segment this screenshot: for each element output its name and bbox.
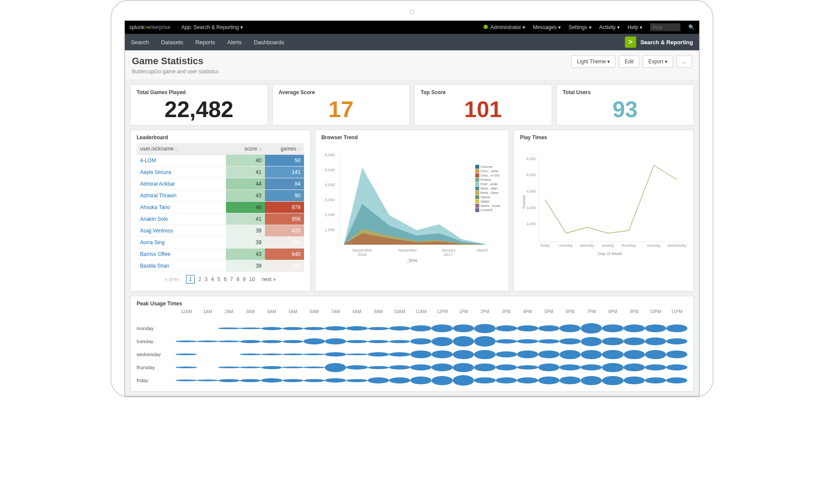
bubble-icon — [346, 365, 367, 370]
svg-text:2016: 2016 — [358, 252, 367, 257]
pager-page[interactable]: 7 — [230, 276, 233, 282]
hour-label: 10PM — [645, 309, 666, 314]
table-row[interactable]: Anakin Solo 41 656 — [137, 213, 304, 225]
table-row[interactable]: Aayla Secura 41 141 — [137, 167, 304, 178]
peak-cell — [218, 323, 239, 334]
pager-next[interactable]: next » — [262, 276, 276, 282]
day-label: wednesday — [137, 352, 176, 357]
pager-page[interactable]: 2 — [198, 276, 201, 282]
svg-text:thursday: thursday — [621, 243, 636, 248]
col-nickname[interactable]: user.nickname◇ — [137, 143, 226, 155]
pager-page[interactable]: 9 — [243, 276, 246, 282]
pager-page[interactable]: 10 — [249, 276, 255, 282]
bubble-icon — [346, 340, 367, 343]
more-button[interactable]: ... — [677, 56, 692, 68]
svg-text:friday: friday — [540, 243, 550, 248]
cell-nickname[interactable]: Asajj Ventress — [137, 225, 226, 237]
bubble-icon — [666, 364, 687, 370]
hour-label: 8PM — [602, 309, 623, 314]
bubble-icon — [666, 338, 687, 344]
bubble-icon — [389, 340, 410, 343]
table-row[interactable]: Bastila Shan 39 203 — [137, 260, 304, 272]
peak-row: tuesday — [137, 335, 687, 348]
peak-cell — [240, 363, 261, 372]
nav-alerts[interactable]: Alerts — [227, 39, 242, 46]
cell-nickname[interactable]: Aayla Secura — [137, 167, 226, 178]
peak-cell — [538, 363, 559, 372]
bubble-icon — [240, 353, 261, 355]
bubble-icon — [517, 365, 538, 370]
nav-dashboards[interactable]: Dashboards — [254, 39, 284, 46]
browser-trend-chart: 6,000 5,000 4,000 3,000 2,000 1,000 Sept… — [321, 143, 503, 265]
table-row[interactable]: 4-LOM 40 50 — [137, 155, 304, 167]
cell-nickname[interactable]: Bastila Shan — [137, 260, 226, 272]
nav-reports[interactable]: Reports — [196, 39, 216, 46]
peak-cell — [197, 375, 218, 386]
nav-datasets[interactable]: Datasets — [161, 39, 183, 46]
bubble-icon — [453, 324, 474, 332]
find-input[interactable] — [650, 23, 680, 31]
activity-menu[interactable]: Activity ▾ — [599, 24, 620, 30]
col-score[interactable]: score◇ — [226, 143, 265, 155]
cell-nickname[interactable]: Ahsoka Tano — [137, 202, 226, 213]
bubble-icon — [325, 338, 346, 344]
peak-cell — [389, 350, 410, 359]
bubble-icon — [240, 327, 261, 329]
pager-page[interactable]: 1 — [186, 275, 195, 284]
cell-nickname[interactable]: Aurra Sing — [137, 237, 226, 249]
peak-cell — [432, 363, 453, 372]
table-row[interactable]: Barriss Offee 43 640 — [137, 249, 304, 260]
peak-cell — [410, 336, 432, 347]
peak-cell — [453, 363, 474, 372]
bubble-icon — [282, 379, 304, 382]
table-row[interactable]: Admiral Thrawn 43 90 — [137, 190, 304, 202]
svg-text:_time: _time — [406, 258, 418, 263]
table-row[interactable]: Asajj Ventress 39 420 — [137, 225, 304, 237]
legend-item: Mobi...View — [475, 191, 500, 195]
col-games[interactable]: games◇ — [265, 143, 304, 155]
legend-item: Chrome — [475, 165, 500, 169]
bubble-icon — [496, 364, 517, 370]
pager-page[interactable]: 8 — [236, 276, 239, 282]
admin-menu[interactable]: Administrator ▾ — [484, 24, 525, 30]
pager-prev[interactable]: « prev — [165, 276, 179, 282]
help-menu[interactable]: Help ▾ — [628, 24, 642, 30]
hour-label: 9PM — [624, 309, 645, 314]
settings-menu[interactable]: Settings ▾ — [569, 24, 592, 30]
cell-nickname[interactable]: 4-LOM — [137, 155, 226, 167]
nav-search[interactable]: Search — [131, 39, 149, 46]
svg-text:saturday: saturday — [580, 243, 595, 248]
legend-item: Chro...e iOS — [475, 173, 500, 177]
search-icon[interactable]: 🔍 — [688, 24, 695, 30]
app-selector[interactable]: App: Search & Reporting ▾ — [181, 24, 243, 30]
theme-button[interactable]: Light Theme ▾ — [571, 56, 615, 68]
cell-nickname[interactable]: Admiral Ackbar — [137, 178, 226, 190]
hour-label: 4PM — [517, 309, 538, 314]
peak-cell — [176, 323, 197, 334]
bubble-icon — [474, 336, 495, 347]
cell-nickname[interactable]: Anakin Solo — [137, 213, 226, 225]
pager-page[interactable]: 3 — [205, 276, 208, 282]
peak-usage-panel: Peak Usage Times 12AM1AM2AM3AM4AM5AM6AM7… — [130, 296, 694, 392]
peak-cell — [453, 323, 474, 334]
pager-page[interactable]: 6 — [224, 276, 227, 282]
bubble-icon — [581, 337, 602, 346]
edit-button[interactable]: Edit — [619, 56, 639, 68]
cell-nickname[interactable]: Barriss Offee — [137, 249, 226, 260]
pager-page[interactable]: 5 — [217, 276, 220, 282]
svg-text:6,000: 6,000 — [526, 157, 536, 161]
cell-nickname[interactable]: Admiral Thrawn — [137, 190, 226, 202]
pager-page[interactable]: 4 — [211, 276, 214, 282]
bubble-icon — [368, 366, 389, 369]
legend-item: Firef...obile — [475, 182, 500, 186]
export-button[interactable]: Export ▾ — [643, 56, 673, 68]
bubble-icon — [389, 365, 410, 370]
bubble-icon — [304, 379, 325, 382]
peak-cell — [602, 350, 623, 359]
peak-cell — [282, 350, 304, 359]
bubble-icon — [517, 325, 538, 331]
table-row[interactable]: Admiral Ackbar 44 84 — [137, 178, 304, 190]
table-row[interactable]: Ahsoka Tano 48 878 — [137, 202, 304, 213]
table-row[interactable]: Aurra Sing 39 214 — [137, 237, 304, 249]
messages-menu[interactable]: Messages ▾ — [533, 24, 561, 30]
